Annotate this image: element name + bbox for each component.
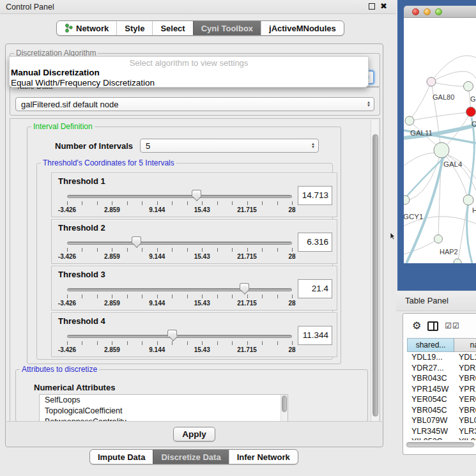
select-checkboxes-icon[interactable]: ☑☑	[445, 321, 460, 330]
column-header-name[interactable]: name	[454, 338, 476, 352]
threshold-2-slider[interactable]: -3.4262.8599.14415.4321.71528	[67, 236, 292, 262]
tab-cyni-toolbox[interactable]: Cyni Toolbox	[193, 21, 261, 35]
gear-icon[interactable]: ⚙	[412, 321, 421, 331]
algorithm-option-manual[interactable]: Manual Discretization	[10, 68, 368, 78]
threshold-2-label: Threshold 2	[58, 223, 105, 233]
tick-label: 28	[288, 346, 295, 353]
threshold-1-value-field[interactable]: 14.713	[298, 186, 332, 205]
threshold-3-slider[interactable]: -3.4262.8599.14415.4321.71528	[67, 283, 292, 309]
tab-select[interactable]: Select	[152, 21, 192, 35]
combo-stepper-icon[interactable]: ▲▼	[308, 139, 318, 152]
settings-scrollbar[interactable]	[371, 120, 378, 422]
tab-infer-network[interactable]: Infer Network	[229, 450, 298, 464]
table-row[interactable]: YDL19...YDL19	[407, 352, 476, 363]
table-row[interactable]: YBR045CYBR045C	[407, 405, 476, 416]
table-horizontal-scrollbar[interactable]	[406, 441, 475, 448]
attribute-list-item[interactable]: TopologicalCoefficient	[40, 406, 288, 417]
tick-mark	[127, 295, 128, 298]
table-row[interactable]: YER054CYER054C	[407, 394, 476, 405]
network-node[interactable]	[427, 77, 436, 86]
tick-mark	[157, 201, 158, 205]
tick-label: 21.715	[237, 206, 257, 213]
tick-mark	[187, 295, 188, 298]
tick-mark	[202, 295, 203, 298]
table-row[interactable]: YLR345WYLR345W	[407, 426, 476, 437]
tick-mark	[202, 201, 203, 205]
tick-mark	[187, 341, 188, 345]
number-of-intervals-label: Number of Intervals	[55, 141, 133, 151]
table-row[interactable]: YIL052CYIL052C	[407, 436, 476, 440]
network-node[interactable]	[454, 259, 461, 263]
network-node[interactable]	[405, 116, 414, 125]
threshold-1-slider[interactable]: -3.4262.8599.14415.4321.71528	[67, 190, 292, 215]
slider-thumb[interactable]	[192, 190, 201, 197]
numerical-attributes-list[interactable]: SelfLoopsTopologicalCoefficientBetweenne…	[39, 394, 288, 424]
threshold-4-slider[interactable]: -3.4262.8599.14415.4321.71528	[67, 330, 292, 355]
table-row[interactable]: YDR27...YDR27	[407, 363, 476, 374]
settings-scrollbar-thumb[interactable]	[372, 134, 378, 417]
attributes-scrollbar[interactable]	[280, 395, 288, 423]
table-data-combobox[interactable]: galFiltered.sif default node ▲▼	[15, 97, 374, 111]
tick-mark	[67, 248, 68, 252]
algorithm-option-equal-width[interactable]: Equal Width/Frequency Discretization	[10, 78, 368, 88]
tick-label: 28	[288, 206, 295, 213]
threshold-3-panel: Threshold 3 -3.4262.8599.14415.4321.7152…	[51, 266, 337, 311]
table-row[interactable]: YPR145WYPR145W	[407, 384, 476, 395]
apply-button[interactable]: Apply	[173, 427, 215, 441]
attribute-list-item[interactable]: SelfLoops	[40, 395, 288, 406]
slider-thumb[interactable]	[132, 236, 141, 243]
tick-mark	[247, 201, 248, 205]
threshold-4-value-field[interactable]: 11.344	[298, 326, 332, 345]
tick-label: -3.426	[58, 300, 76, 307]
table-row[interactable]: YBL079WYBL079W	[407, 415, 476, 426]
tick-mark	[112, 201, 112, 205]
tick-mark	[262, 201, 263, 205]
tick-mark	[157, 248, 158, 252]
tab-style[interactable]: Style	[116, 21, 152, 35]
float-window-icon[interactable]	[369, 3, 375, 10]
tab-impute-data[interactable]: Impute Data	[90, 450, 153, 464]
tick-mark	[142, 201, 142, 205]
network-icon	[65, 24, 73, 33]
minimize-traffic-light-icon[interactable]	[424, 8, 431, 15]
network-node[interactable]	[404, 196, 410, 204]
tick-mark	[112, 341, 112, 345]
threshold-3-value-field[interactable]: 21.4	[298, 279, 332, 298]
network-node[interactable]	[434, 235, 443, 243]
zoom-traffic-light-icon[interactable]	[435, 8, 442, 15]
threshold-4-panel: Threshold 4 -3.4262.8599.14415.4321.7152…	[51, 312, 337, 357]
thresholds-group: Threshold's Coordinates for 5 Intervals …	[36, 163, 333, 360]
tab-network[interactable]: Network	[57, 21, 116, 35]
tick-mark	[217, 341, 218, 345]
tick-mark	[67, 295, 68, 298]
close-icon[interactable]: ✖	[380, 3, 387, 10]
close-traffic-light-icon[interactable]	[412, 8, 419, 15]
tab-discretize-data[interactable]: Discretize Data	[153, 450, 228, 464]
tick-mark	[67, 341, 68, 345]
tick-label: -3.426	[58, 253, 76, 260]
tick-label: 2.859	[104, 253, 120, 260]
settings-scrollpane: Interval Definition Number of Intervals …	[10, 118, 380, 424]
network-node[interactable]	[463, 195, 473, 205]
slider-thumb[interactable]	[240, 283, 249, 290]
tick-mark	[97, 201, 98, 205]
threshold-2-value-field[interactable]: 6.316	[298, 233, 332, 252]
network-node[interactable]	[466, 107, 476, 117]
interval-definition-group: Interval Definition Number of Intervals …	[27, 127, 341, 364]
tab-jactivemnodules[interactable]: jActiveMNodules	[261, 21, 344, 35]
tick-mark	[292, 201, 293, 205]
slider-thumb[interactable]	[167, 330, 177, 337]
combo-stepper-icon[interactable]: ▲▼	[364, 98, 374, 111]
tick-label: 2.859	[104, 346, 120, 353]
network-canvas[interactable]: GAL80GCGAL11GAL4GCY1HHAP2	[404, 18, 476, 263]
network-node[interactable]	[464, 82, 473, 91]
number-of-intervals-combobox[interactable]: 5 ▲▼	[140, 139, 319, 153]
columns-icon[interactable]	[427, 321, 438, 331]
table-row[interactable]: YBR043CYBR043C	[407, 373, 476, 384]
tab-network-label: Network	[76, 24, 109, 33]
tick-mark	[187, 248, 188, 252]
network-node[interactable]	[434, 142, 449, 158]
column-header-shared-name[interactable]: shared...	[407, 338, 454, 352]
tick-mark	[292, 248, 293, 252]
numerical-attributes-label: Numerical Attributes	[34, 383, 115, 392]
